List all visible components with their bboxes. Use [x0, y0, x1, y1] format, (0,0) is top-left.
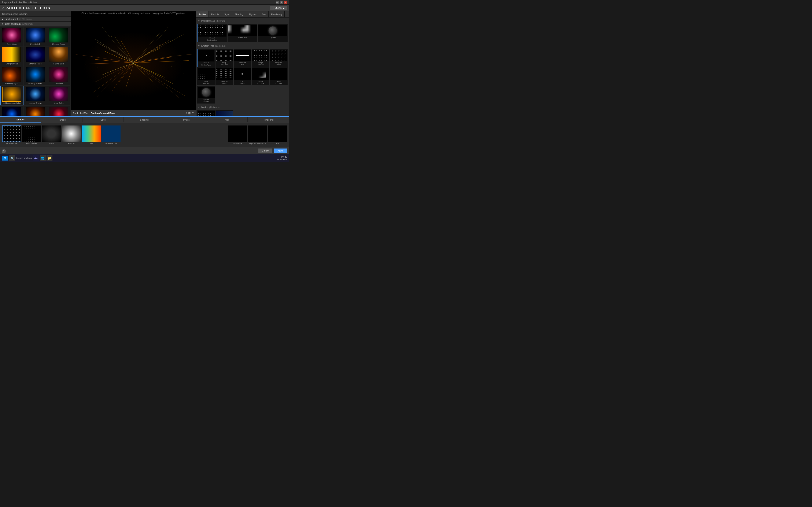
tab-shading[interactable]: Shading — [232, 11, 246, 17]
category-light-magic[interactable]: ▼ Light and Magic (30 items) — [0, 21, 70, 26]
preset-particle[interactable]: Particle — [62, 125, 81, 145]
start-button[interactable]: ⊞ — [2, 156, 8, 161]
preset-size-over-life[interactable]: Size Over Life — [101, 125, 120, 145]
preset-aux[interactable]: Aux — [268, 125, 287, 145]
effect-light-streaks-orange[interactable]: Light Streaks Orange — [24, 106, 47, 116]
preview-restart-button[interactable]: ↺ — [185, 112, 187, 115]
smoke-fire-arrow: ▶ — [2, 18, 3, 20]
thumb-small-xyz1[interactable]: SmallXYZ Box — [252, 67, 269, 85]
tab-physics[interactable]: Physics — [246, 11, 259, 17]
svg-point-emitter — [236, 68, 249, 80]
smoke-fire-count: (33 items) — [22, 18, 32, 20]
taskbar-icon-ae[interactable]: Ae — [33, 155, 39, 161]
window-controls[interactable]: — ⊞ ✕ — [276, 1, 287, 4]
tab-emitter[interactable]: Emitter — [196, 11, 209, 17]
thumb-deep-xyz[interactable]: DeepXYZ Box — [215, 49, 233, 67]
thumb-explode[interactable]: Explode — [258, 24, 288, 42]
apply-button[interactable]: Apply — [274, 149, 287, 153]
effect-thumb-light-streaks-orange — [26, 107, 45, 116]
thumb-large-xyz-box[interactable]: LargeXYZ Box — [197, 67, 215, 85]
svg-point-7 — [119, 82, 119, 82]
blocks-button[interactable]: BLOCKS ▶ — [270, 6, 287, 10]
bottom-tab-particle[interactable]: Particle — [41, 117, 83, 122]
thumb-sphere-emitter[interactable]: SphereEmitter — [197, 86, 215, 104]
line-horiz-axis — [236, 55, 249, 56]
bottom-tab-emitter[interactable]: Emitter — [0, 117, 41, 122]
thumb-horiz-axis[interactable]: HorizontalAxis — [234, 49, 251, 67]
effect-falling-lights[interactable]: Falling lights — [47, 47, 70, 66]
particles-sec-count: (3 items) — [216, 20, 225, 22]
preset-motion[interactable]: Motion — [42, 125, 61, 145]
svg-point-5 — [97, 68, 98, 68]
thumb-small-xyz2[interactable]: SmallXYZ Box — [270, 67, 288, 85]
effect-floating[interactable]: Floating Streaks — [24, 66, 47, 86]
preset-thumb-particle — [62, 125, 81, 142]
cancel-button[interactable]: Cancel — [258, 149, 272, 153]
preset-label-aux: Aux — [275, 143, 279, 145]
help-icon[interactable]: ? — [2, 149, 6, 153]
ask-me-anything[interactable]: Ask me anything — [16, 157, 32, 159]
effect-light-blobs[interactable]: Light Blobs — [47, 86, 70, 105]
effect-basic-magic[interactable]: Basic Magic — [0, 27, 23, 46]
effect-energy-stream[interactable]: Energy Stream — [0, 47, 23, 66]
effect-golden[interactable]: Golden Outward Flow — [0, 86, 23, 105]
bottom-tab-style[interactable]: Style — [83, 117, 124, 122]
particles-sec-label: Particles/Sec — [201, 20, 215, 22]
effect-flickering[interactable]: Flickering lights — [0, 66, 23, 86]
label-continuous: Continuous — [238, 37, 247, 39]
preset-thumb-size-over-life — [101, 125, 120, 142]
clock-time: 22:37 — [275, 156, 287, 158]
thumb-box-point-emitter — [234, 68, 251, 80]
effect-inverse[interactable]: Inverse Energy — [24, 86, 47, 105]
sidebar-scroll[interactable]: ▶ Smoke and Fire (33 items) ▼ Light and … — [0, 17, 70, 116]
effect-love-hearts[interactable]: Love Hearts — [47, 106, 70, 116]
tab-particle[interactable]: Particle — [209, 11, 222, 17]
effect-glowfield[interactable]: Glowfield — [47, 66, 70, 86]
close-button[interactable]: ✕ — [284, 1, 287, 4]
minimize-button[interactable]: — — [276, 1, 279, 4]
taskbar-icon-app2[interactable]: 📁 — [47, 155, 52, 161]
effect-ethereal-plane[interactable]: Ethereal Plane — [24, 47, 47, 66]
category-smoke-fire[interactable]: ▶ Smoke and Fire (33 items) — [0, 17, 70, 21]
thumb-large-xy-plane[interactable]: Large XYPlane — [270, 49, 288, 67]
effect-thumb-falling-lights — [49, 47, 68, 62]
thumb-motion-1[interactable] — [197, 110, 215, 116]
maximize-button[interactable]: ⊞ — [280, 1, 283, 4]
preview-expand-button[interactable]: ⊞ — [188, 112, 191, 115]
effect-light-streaks-blue[interactable]: Light Streaks Blue — [0, 106, 23, 116]
thumb-box-large-xy-grid — [252, 50, 269, 61]
thumb-default-particles[interactable]: DefaultParticles/Sec — [197, 24, 227, 42]
thumb-large-xz-plane[interactable]: Large XZPlane — [215, 67, 233, 85]
tab-rendering[interactable]: Rendering — [268, 11, 285, 17]
taskbar-icon-browser[interactable]: 🌐 — [40, 155, 46, 161]
effect-thumb-glowfield — [49, 67, 68, 82]
preset-color[interactable]: Color — [82, 125, 101, 145]
right-content[interactable]: ▼ Particles/Sec (3 items) DefaultParticl… — [196, 17, 289, 116]
preset-turbulence[interactable]: Turbulence — [228, 125, 247, 145]
bottom-tab-aux[interactable]: Aux — [206, 117, 248, 122]
light-magic-count: (30 items) — [22, 22, 33, 25]
left-sidebar: Select an effect to begin. ▶ Smoke and F… — [0, 11, 71, 116]
effect-electron-dance[interactable]: Electron Dance — [47, 27, 70, 46]
thumb-motion-2[interactable] — [215, 110, 233, 116]
bottom-tab-shading[interactable]: Shading — [124, 117, 165, 122]
preset-point-emitter[interactable]: Point Emitter — [22, 125, 41, 145]
dots-sphere-emitter — [202, 88, 210, 97]
preview-canvas[interactable] — [71, 11, 196, 110]
bottom-tab-physics[interactable]: Physics — [165, 117, 206, 122]
search-taskbar-icon[interactable]: 🔍 — [9, 155, 15, 161]
thumb-large-xy-grid[interactable]: LargeXY Grid — [252, 49, 269, 67]
effect-electric-orb[interactable]: Electric Orb — [24, 27, 47, 46]
tab-aux[interactable]: Aux — [259, 11, 268, 17]
thumb-default-emitter[interactable]: DefaultEmitter Type — [197, 49, 215, 67]
particles-sec-grid: DefaultParticles/Sec Continuous Explode — [197, 24, 288, 42]
preset-particles-sec[interactable]: Particles / Sec — [2, 125, 21, 145]
thumb-box-small-xyz1 — [252, 68, 269, 80]
bottom-tab-rendering[interactable]: Rendering — [248, 117, 289, 122]
thumb-point-emitter[interactable]: PointEmitter — [234, 67, 251, 85]
preview-help-button[interactable]: ? — [192, 112, 194, 115]
tab-style[interactable]: Style — [222, 11, 232, 17]
thumb-continuous[interactable]: Continuous — [227, 24, 257, 42]
preview-area[interactable]: Click in the Preview Area to restart the… — [71, 11, 196, 116]
preset-air-resistance[interactable]: Slight Air Resistance — [248, 125, 267, 145]
